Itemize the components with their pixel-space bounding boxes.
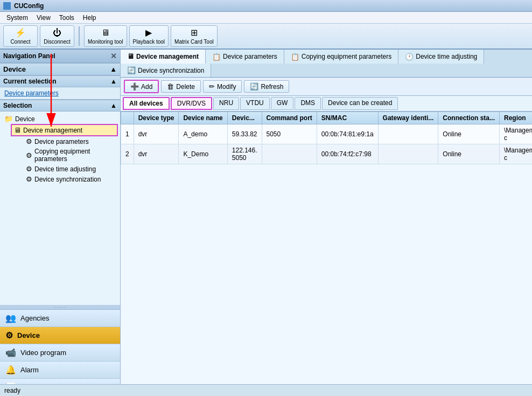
col-gateway: Gateway identi... — [378, 112, 438, 124]
playback-button[interactable]: ▶ Playback tool — [129, 25, 169, 47]
connect-button[interactable]: ⚡ Connect — [3, 25, 38, 47]
tree-params-label: Device parameters — [34, 138, 89, 145]
tab-copy-equipment[interactable]: 📋 Copying equipment parameters — [284, 50, 398, 64]
ftab-all-devices[interactable]: All devices — [123, 97, 170, 110]
table-row[interactable]: 2 dvr K_Demo 122.146. 5050 00:0b:74:f2:c… — [121, 144, 533, 164]
refresh-button[interactable]: 🔄 Refresh — [244, 80, 289, 93]
selection-title: Selection ▲ — [0, 100, 120, 112]
cell-name: A_demo — [179, 124, 227, 144]
tree-root-label: Device — [15, 115, 35, 123]
modify-label: Modify — [217, 83, 236, 91]
tab-sync-icon: 🔄 — [127, 66, 136, 74]
current-selection-link[interactable]: Device parameters — [4, 89, 59, 97]
toolbar: ⚡ Connect ⏻ Disconnect 🖥 Monitoring tool… — [0, 24, 532, 50]
nav-video[interactable]: 📹 Video program — [0, 344, 120, 362]
agencies-label: Agencies — [20, 314, 49, 322]
cell-port — [262, 144, 317, 164]
ftab-nru[interactable]: NRU — [213, 97, 239, 110]
nav-alarm[interactable]: 🔔 Alarm — [0, 362, 120, 379]
video-label: Video program — [20, 349, 66, 357]
app-title: CUConfig — [14, 2, 44, 10]
tree-root-device[interactable]: 📁 Device — [2, 114, 118, 124]
col-device: Devic... — [227, 112, 262, 124]
tab-device-params[interactable]: 📋 Device parameters — [206, 50, 284, 64]
nav-device[interactable]: ⚙ Device — [0, 327, 120, 344]
tab-device-sync[interactable]: 🔄 Device synchronization — [121, 64, 211, 77]
tree-item-sync[interactable]: ⚙ Device synchronization — [11, 174, 118, 184]
delete-label: Delete — [176, 83, 195, 91]
matrix-label: Matrix Card Tool — [174, 39, 214, 45]
cell-device: 122.146. 5050 — [227, 144, 262, 164]
nav-panel-title: Navigation Panel — [3, 52, 55, 60]
col-port: Command port — [262, 112, 317, 124]
table-row[interactable]: 1 dvr A_demo 59.33.82 5050 00:0b:74:81:e… — [121, 124, 533, 144]
device-section-title: Device ▲ — [0, 63, 120, 75]
add-icon: ➕ — [130, 82, 139, 91]
tree-time-icon: ⚙ — [26, 165, 32, 173]
connect-label: Connect — [10, 39, 30, 45]
ftab-dms[interactable]: DMS — [295, 97, 321, 110]
tree-item-device-management[interactable]: 🖥 Device management — [11, 124, 118, 136]
ftab-vtdu-label: VTDU — [246, 99, 264, 107]
filter-tabs: All devices DVR/DVS NRU VTDU GW DMS Devi… — [121, 96, 532, 112]
tree-copy-label: Copying equipment parameters — [34, 148, 116, 163]
menu-system[interactable]: System — [2, 13, 32, 23]
cell-device: 59.33.82 — [227, 124, 262, 144]
content-tabs: 🖥 Device management 📋 Device parameters … — [121, 50, 532, 78]
ftab-vtdu[interactable]: VTDU — [240, 97, 270, 110]
cell-num: 1 — [121, 124, 134, 144]
content-area: 🖥 Device management 📋 Device parameters … — [121, 50, 532, 396]
add-label: Add — [141, 83, 152, 91]
tab-params-icon: 📋 — [212, 53, 221, 61]
selection-collapse-icon[interactable]: ▲ — [110, 102, 117, 109]
menu-view[interactable]: View — [32, 13, 55, 23]
table-header-row: Device type Device name Devic... Command… — [121, 112, 533, 124]
ftab-dvr[interactable]: DVR/DVS — [171, 97, 212, 110]
ftab-can-create[interactable]: Device can be created — [322, 97, 398, 110]
delete-button[interactable]: 🗑 Delete — [161, 80, 201, 93]
menu-tools[interactable]: Tools — [55, 13, 79, 23]
status-text: ready — [4, 387, 20, 394]
tree-item-device-params[interactable]: ⚙ Device parameters — [11, 136, 118, 147]
col-name: Device name — [179, 112, 227, 124]
tree-item-copy-equipment[interactable]: ⚙ Copying equipment parameters — [11, 147, 118, 164]
playback-icon: ▶ — [145, 27, 152, 38]
delete-icon: 🗑 — [167, 82, 174, 91]
titlebar: CUConfig — [0, 0, 532, 12]
ftab-gw[interactable]: GW — [271, 97, 294, 110]
agencies-icon: 👥 — [5, 313, 16, 323]
statusbar: ready — [0, 384, 532, 396]
monitoring-label: Monitoring tool — [88, 39, 123, 45]
cell-region: \Management c — [500, 124, 533, 144]
navigation-panel: Navigation Panel ✕ Device ▲ Current sele… — [0, 50, 121, 396]
playback-label: Playback tool — [133, 39, 165, 45]
tree-item-time-adj[interactable]: ⚙ Device time adjusting — [11, 164, 118, 174]
app-icon — [3, 2, 11, 10]
device-collapse-icon[interactable]: ▲ — [110, 65, 117, 73]
tree-item-mgmt-label: Device management — [23, 127, 82, 134]
nav-agencies[interactable]: 👥 Agencies — [0, 310, 120, 327]
cell-status: Online — [438, 124, 500, 144]
cell-region: \Management c — [500, 144, 533, 164]
connect-icon: ⚡ — [15, 27, 26, 38]
tab-copy-icon: 📋 — [291, 53, 299, 61]
ftab-can-create-label: Device can be created — [328, 99, 392, 107]
add-button[interactable]: ➕ Add — [124, 80, 159, 93]
tab-time-icon: 🕐 — [405, 53, 414, 61]
current-sel-collapse-icon[interactable]: ▲ — [110, 78, 117, 85]
cell-sn: 00:0b:74:81:e9:1a — [317, 124, 378, 144]
nav-close-button[interactable]: ✕ — [110, 52, 117, 60]
matrix-button[interactable]: ⊞ Matrix Card Tool — [171, 25, 218, 47]
tab-mgmt-label: Device management — [136, 53, 199, 60]
cell-type: dvr — [134, 124, 179, 144]
nav-resize-handle[interactable]: · · · · · — [0, 305, 120, 309]
monitoring-button[interactable]: 🖥 Monitoring tool — [84, 25, 127, 47]
tab-time-adjusting[interactable]: 🕐 Device time adjusting — [398, 50, 484, 64]
disconnect-button[interactable]: ⏻ Disconnect — [40, 25, 74, 47]
tab-device-management[interactable]: 🖥 Device management — [121, 50, 206, 64]
tab-params-label: Device parameters — [223, 53, 277, 60]
menu-help[interactable]: Help — [79, 13, 101, 23]
tree-root-icon: 📁 — [4, 115, 13, 123]
toolbar-separator — [79, 26, 80, 46]
modify-button[interactable]: ✏ Modify — [203, 80, 242, 93]
